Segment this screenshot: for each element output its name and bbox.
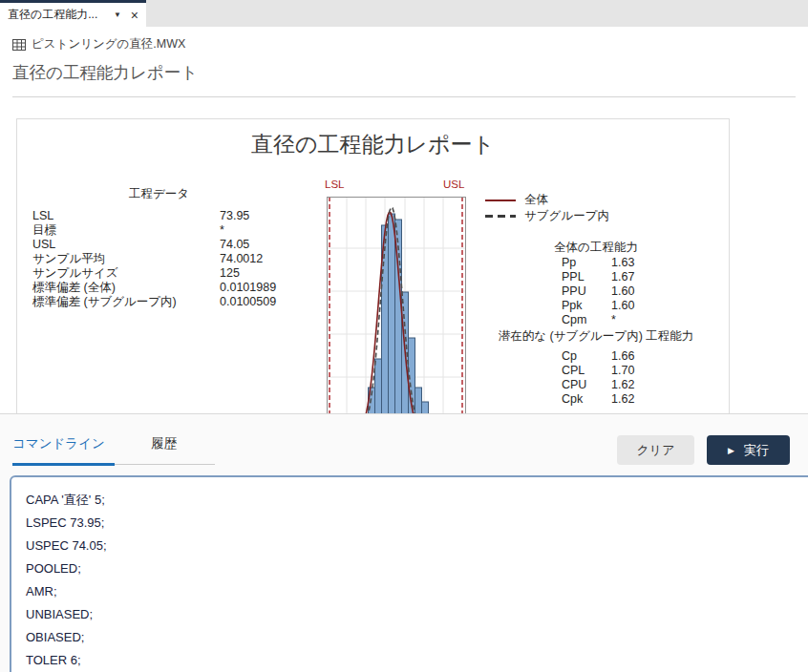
table-row: LSL 73.95	[32, 209, 309, 223]
table-row: サンプルサイズ 125	[32, 266, 309, 281]
command-panel: コマンドライン 履歴 クリア ▶ 実行 CAPA '直径' 5; LSPEC 7…	[0, 413, 808, 672]
command-line-text: LSPEC 73.95;	[26, 512, 808, 535]
content-header: ピストンリングの直径.MWX 直径の工程能力レポート	[0, 27, 808, 97]
tab-command-line[interactable]: コマンドライン	[12, 435, 115, 466]
table-row: PPL 1.67	[466, 270, 726, 284]
clear-button[interactable]: クリア	[617, 435, 694, 465]
chart-legend: 全体 サブグループ内	[485, 192, 609, 224]
table-row: 標準偏差 (サブグループ内) 0.0100509	[32, 295, 309, 309]
capability-report-card: 直径の工程能力レポート 工程データ LSL 73.95 目標 * USL 74.…	[16, 118, 730, 413]
worksheet-name: ピストンリングの直径.MWX	[32, 36, 185, 52]
overall-capability-header: 全体の工程能力	[466, 241, 726, 255]
document-tab[interactable]: 直径の工程能力... ▼ ×	[0, 0, 146, 27]
report-title: 直径の工程能力レポート	[17, 130, 729, 159]
tab-history[interactable]: 履歴	[151, 435, 177, 464]
document-tab-bar: 直径の工程能力... ▼ ×	[0, 0, 808, 27]
table-row: サンプル平均 74.0012	[32, 252, 309, 266]
close-icon[interactable]: ×	[131, 9, 138, 22]
histogram-plot	[327, 197, 466, 413]
command-line-text: AMR;	[26, 580, 808, 603]
worksheet-grid-icon	[12, 39, 26, 51]
overall-line-swatch	[485, 200, 516, 201]
play-icon: ▶	[728, 446, 734, 455]
usl-label: USL	[443, 178, 464, 190]
table-row: 標準偏差 (全体) 0.0101989	[32, 281, 309, 295]
command-line-text: OBIASED;	[26, 626, 808, 649]
within-capability-header: 潜在的な (サブグループ内) 工程能力	[466, 329, 726, 344]
within-capability-rows: Cp 1.66 CPL 1.70 CPU 1.62 Cpk 1.62	[466, 349, 726, 407]
process-data-header: 工程データ	[32, 186, 286, 202]
table-row: Cp 1.66	[466, 349, 726, 364]
chevron-down-icon[interactable]: ▼	[114, 10, 121, 19]
command-line-text: POOLED;	[26, 557, 808, 580]
worksheet-link[interactable]: ピストンリングの直径.MWX	[12, 36, 796, 52]
table-row: 目標 *	[32, 223, 309, 238]
command-panel-tabs: コマンドライン 履歴	[12, 435, 215, 465]
table-row: CPL 1.70	[466, 364, 726, 378]
document-tab-title: 直径の工程能力...	[8, 7, 110, 23]
legend-item-overall: 全体	[485, 192, 609, 208]
capability-stats-panel: 全体の工程能力 Pp 1.63 PPL 1.67 PPU 1.60 Ppk 1.…	[466, 241, 726, 407]
table-row: Cpm *	[466, 313, 726, 327]
command-line-text: USPEC 74.05;	[26, 535, 808, 557]
command-line-text: UNBIASED;	[26, 603, 808, 626]
run-button[interactable]: ▶ 実行	[707, 435, 790, 465]
legend-item-within: サブグループ内	[485, 208, 609, 224]
page-title: 直径の工程能力レポート	[12, 61, 796, 84]
overall-capability-rows: Pp 1.63 PPL 1.67 PPU 1.60 Ppk 1.60 Cpm *	[466, 256, 726, 327]
command-editor[interactable]: CAPA '直径' 5; LSPEC 73.95; USPEC 74.05; P…	[10, 475, 808, 672]
table-row: USL 74.05	[32, 238, 309, 252]
table-row: Cpk 1.62	[466, 392, 726, 407]
table-row: Ppk 1.60	[466, 299, 726, 313]
lsl-label: LSL	[325, 178, 344, 190]
table-row: PPU 1.60	[466, 284, 726, 299]
capability-histogram: LSL USL	[327, 178, 466, 413]
within-dashed-swatch	[485, 215, 516, 218]
command-line-text: TOLER 6;	[26, 649, 808, 672]
table-row: Pp 1.63	[466, 256, 726, 270]
table-row: CPU 1.62	[466, 378, 726, 392]
process-data-panel: 工程データ LSL 73.95 目標 * USL 74.05 サンプル平均 74…	[32, 186, 309, 309]
command-line-text: CAPA '直径' 5;	[26, 489, 808, 512]
header-divider	[12, 96, 796, 97]
